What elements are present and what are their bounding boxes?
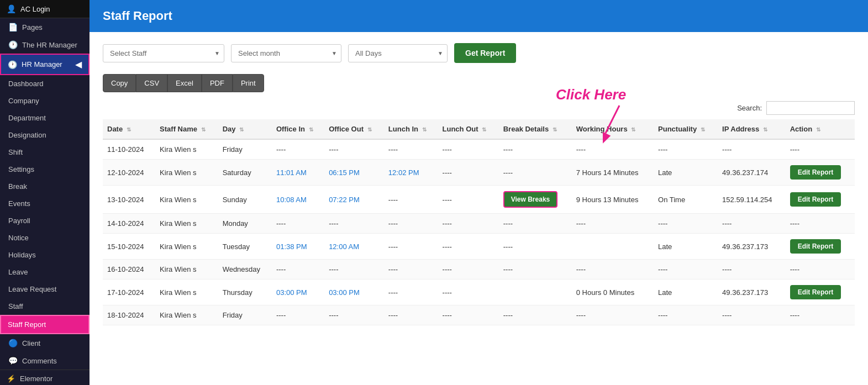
sidebar-item-leave[interactable]: Leave: [0, 263, 90, 281]
sidebar-item-break[interactable]: Break: [0, 178, 90, 195]
select-staff-dropdown[interactable]: Select Staff: [103, 44, 224, 62]
edit-report-button[interactable]: Edit Report: [790, 239, 841, 254]
sidebar-item-leave-request[interactable]: Leave Request: [0, 281, 90, 298]
cell-office_in: 01:38 PM: [272, 234, 324, 260]
csv-button[interactable]: CSV: [136, 74, 167, 92]
cell-staff_name: Kira Wien s: [155, 279, 218, 305]
cell-break-details: ----: [499, 214, 572, 234]
col-working-hours: Working Hours ⇅: [572, 119, 654, 139]
cell-lunch_in: ----: [384, 234, 438, 260]
cell-lunch_out: ----: [438, 160, 499, 186]
cell-office_out: ----: [324, 305, 384, 325]
table-row: 11-10-2024Kira Wien sFriday-------------…: [103, 139, 855, 160]
search-input[interactable]: [766, 101, 855, 115]
cell-action[interactable]: Edit Report: [786, 160, 855, 186]
sidebar-item-staff-report[interactable]: Staff Report: [0, 315, 90, 334]
sidebar-item-hr-manager[interactable]: 🕐 HR Manager ◀: [0, 54, 90, 75]
cell-lunch_out: ----: [438, 214, 499, 234]
cell-lunch_out: ----: [438, 139, 499, 160]
cell-action[interactable]: Edit Report: [786, 234, 855, 260]
cell-action: ----: [786, 260, 855, 279]
cell-working-hours: [572, 234, 654, 260]
elementor-icon: ⚡: [7, 375, 15, 383]
cell-office_out: ----: [324, 139, 384, 160]
edit-report-button[interactable]: Edit Report: [790, 165, 841, 180]
sidebar-item-company[interactable]: Company: [0, 92, 90, 109]
sidebar-item-label: Dashboard: [8, 80, 44, 88]
cell-break-details: ----: [499, 160, 572, 186]
sidebar-item-designation[interactable]: Designation: [0, 126, 90, 144]
user-icon: 👤: [7, 4, 16, 13]
cell-ip-address: 49.36.237.173: [718, 279, 786, 305]
print-button[interactable]: Print: [233, 74, 264, 92]
cell-staff_name: Kira Wien s: [155, 186, 218, 214]
cell-break-details[interactable]: View Breaks: [499, 186, 572, 214]
cell-action[interactable]: Edit Report: [786, 186, 855, 214]
sidebar-item-events[interactable]: Events: [0, 195, 90, 212]
cell-office_out: ----: [324, 260, 384, 279]
sort-icon: ⇅: [309, 126, 313, 133]
cell-action: ----: [786, 214, 855, 234]
cell-punctuality: ----: [654, 260, 718, 279]
edit-report-button[interactable]: Edit Report: [790, 285, 841, 299]
pdf-button[interactable]: PDF: [202, 74, 233, 92]
col-ip-address: IP Address ⇅: [718, 119, 786, 139]
cell-day: Friday: [218, 139, 272, 160]
edit-report-button[interactable]: Edit Report: [790, 192, 841, 207]
col-day: Day ⇅: [218, 119, 272, 139]
cell-break-details: ----: [499, 234, 572, 260]
sidebar-item-dashboard[interactable]: Dashboard: [0, 75, 90, 92]
cell-office_out: 03:00 PM: [324, 279, 384, 305]
cell-working-hours: ----: [572, 260, 654, 279]
cell-punctuality: Late: [654, 279, 718, 305]
cell-staff_name: Kira Wien s: [155, 160, 218, 186]
excel-button[interactable]: Excel: [167, 74, 202, 92]
sidebar-item-the-hr-manager[interactable]: 🕐 The HR Manager: [0, 36, 90, 54]
cell-office_out: ----: [324, 214, 384, 234]
view-breaks-button[interactable]: View Breaks: [503, 191, 558, 208]
sidebar-item-pages[interactable]: 📄 Pages: [0, 18, 90, 36]
sidebar-item-staff[interactable]: Staff: [0, 298, 90, 315]
sidebar-item-label: Staff: [8, 302, 23, 310]
search-bar: Search:: [103, 101, 855, 115]
sidebar-item-payroll[interactable]: Payroll: [0, 212, 90, 229]
sidebar-item-label: Comments: [22, 357, 57, 365]
sort-icon: ⇅: [367, 126, 372, 133]
page-header: Staff Report: [90, 0, 868, 32]
cell-lunch_in: 12:02 PM: [384, 160, 438, 186]
sidebar-item-notice[interactable]: Notice: [0, 229, 90, 246]
cell-date: 18-10-2024: [103, 305, 155, 325]
content-area: Select Staff Select month All Days Get R…: [90, 32, 868, 385]
sidebar-item-elementor[interactable]: ⚡ Elementor: [0, 370, 90, 385]
sidebar-item-label: Designation: [8, 131, 46, 139]
sidebar-item-shift[interactable]: Shift: [0, 144, 90, 161]
filter-row: Select Staff Select month All Days Get R…: [103, 43, 855, 63]
cell-lunch_out: ----: [438, 260, 499, 279]
all-days-dropdown[interactable]: All Days: [348, 44, 448, 62]
sidebar-item-holidays[interactable]: Holidays: [0, 246, 90, 263]
cell-office_in: ----: [272, 139, 324, 160]
sidebar-item-department[interactable]: Department: [0, 109, 90, 126]
cell-action[interactable]: Edit Report: [786, 279, 855, 305]
sidebar-item-label: Holidays: [8, 251, 36, 259]
sidebar-item-label: Shift: [8, 148, 23, 156]
cell-ip-address: 152.59.114.254: [718, 186, 786, 214]
sidebar-item-client[interactable]: 🔵 Client: [0, 334, 90, 352]
cell-working-hours: 0 Hours 0 Minutes: [572, 279, 654, 305]
sidebar-item-settings[interactable]: Settings: [0, 161, 90, 178]
sidebar-top-item[interactable]: 👤 AC Login: [0, 0, 90, 18]
copy-button[interactable]: Copy: [103, 74, 136, 92]
sidebar-item-label: Leave Request: [8, 285, 56, 293]
sidebar-item-label: Leave: [8, 268, 28, 276]
sidebar-bottom-label: Elementor: [20, 375, 52, 383]
sidebar-item-comments[interactable]: 💬 Comments: [0, 352, 90, 370]
select-month-dropdown[interactable]: Select month: [231, 44, 341, 62]
cell-punctuality: ----: [654, 214, 718, 234]
get-report-button[interactable]: Get Report: [454, 43, 516, 63]
cell-lunch_in: ----: [384, 305, 438, 325]
cell-date: 13-10-2024: [103, 186, 155, 214]
cell-office_in: 10:08 AM: [272, 186, 324, 214]
cell-break-details: [499, 279, 572, 305]
col-action: Action ⇅: [786, 119, 855, 139]
export-buttons: Copy CSV Excel PDF Print: [103, 74, 855, 92]
